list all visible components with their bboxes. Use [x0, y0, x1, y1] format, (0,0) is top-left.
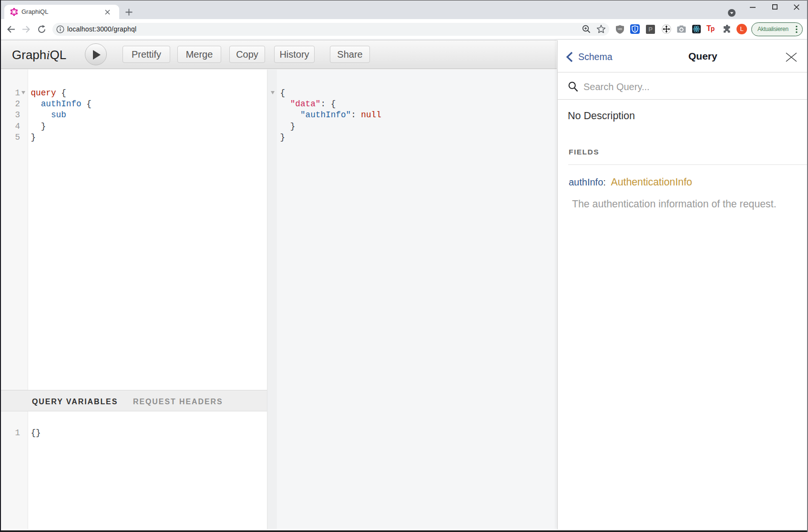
svg-text:P: P [648, 26, 653, 33]
svg-text:UO: UO [618, 28, 622, 31]
